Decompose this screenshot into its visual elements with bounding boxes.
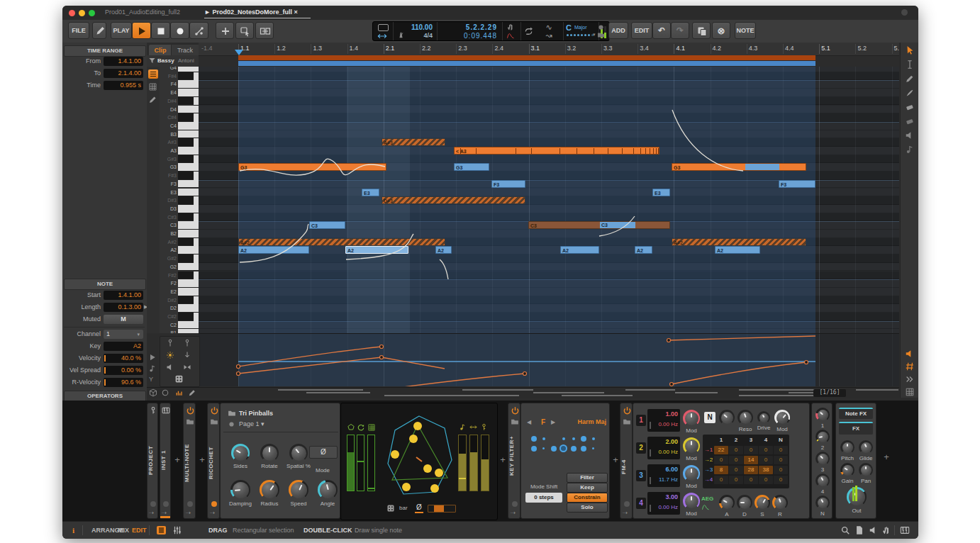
velocity-lane-icon[interactable] (175, 388, 184, 397)
device-fm4[interactable]: FM-4⇢ (620, 403, 633, 519)
adsr-a-knob[interactable] (719, 495, 735, 510)
piano-key-row[interactable]: C#3 (160, 213, 199, 222)
edit-menu-button[interactable]: EDIT (631, 22, 652, 39)
piano-key-row[interactable]: C4 (160, 122, 199, 130)
metronome-icon[interactable] (397, 31, 405, 39)
piano-key-row[interactable]: G3 (160, 163, 199, 172)
device-indicator[interactable] (163, 501, 169, 507)
timbre-expression-icon[interactable] (166, 339, 174, 347)
midi-note[interactable]: G3 (454, 163, 489, 171)
audio-preview-icon[interactable] (869, 525, 879, 535)
fm-mod-knob[interactable] (774, 410, 790, 425)
length-field[interactable]: 0.1.3.00 (104, 303, 143, 312)
matrix-cell[interactable]: 0 (759, 476, 773, 484)
fm-out-knob-4[interactable] (815, 474, 830, 488)
white-key[interactable] (178, 163, 199, 172)
white-key[interactable] (178, 106, 199, 114)
display-slider[interactable] (367, 435, 375, 491)
midi-note[interactable]: A#2 (238, 238, 445, 246)
piano-key-row[interactable]: F#4 (160, 72, 199, 81)
op-mod-knob[interactable] (683, 410, 700, 427)
clock-value[interactable]: 0:09.448 (437, 32, 497, 39)
scale-dot[interactable] (581, 436, 586, 442)
note-list-icon[interactable] (148, 69, 158, 79)
piano-key-row[interactable]: G2 (160, 263, 199, 272)
display-slider[interactable] (458, 435, 467, 491)
device-preset-icon[interactable] (623, 418, 631, 426)
dual-window-button[interactable] (255, 22, 274, 39)
pan-knob[interactable] (859, 463, 873, 477)
add-button[interactable]: ADD (608, 22, 628, 39)
adsr-d-knob[interactable] (737, 495, 752, 510)
white-key[interactable] (178, 321, 199, 330)
add-track-button[interactable] (216, 22, 234, 39)
white-key[interactable] (178, 288, 199, 296)
glide-knob[interactable] (859, 440, 873, 454)
mode-shift-value[interactable]: 0 steps (525, 493, 562, 503)
adsr-r-knob[interactable] (772, 495, 788, 510)
scale-root[interactable]: F (538, 418, 548, 427)
phase-label[interactable]: Ø (415, 503, 423, 513)
midi-note[interactable]: C3 (309, 221, 345, 229)
white-key[interactable] (178, 67, 199, 72)
track-name-2[interactable]: Antoni (178, 57, 198, 65)
piano-key-row[interactable]: C2 (160, 321, 199, 330)
white-key[interactable] (178, 230, 199, 238)
op-mod-knob[interactable] (683, 465, 700, 482)
step-input-icon[interactable] (905, 145, 915, 155)
piano-key-row[interactable]: B2 (160, 230, 199, 238)
text-tool-icon[interactable] (905, 60, 915, 69)
white-key[interactable] (178, 279, 199, 288)
piano-key-row[interactable]: A3 (160, 147, 199, 155)
op-values[interactable]: 2.000.00 Hz (647, 437, 680, 459)
preview-icon[interactable] (905, 349, 915, 359)
piano-key-row[interactable]: G4 (160, 67, 199, 72)
white-key[interactable] (178, 221, 199, 230)
info-icon[interactable]: i (72, 526, 78, 534)
view-mix[interactable]: MIX (118, 527, 129, 534)
midi-note[interactable]: A2 (238, 246, 309, 254)
white-key[interactable] (178, 329, 199, 333)
file-browser-icon[interactable] (854, 525, 864, 535)
matrix-cell[interactable]: 14 (744, 456, 758, 464)
scale-dot[interactable] (592, 447, 594, 449)
ricochet-dice-icon[interactable] (386, 504, 395, 513)
matrix-cell[interactable]: 0 (759, 446, 773, 454)
knife-tool-icon[interactable] (905, 88, 915, 98)
scale-dot[interactable] (592, 437, 595, 440)
white-key[interactable] (178, 304, 199, 313)
matrix-cell[interactable]: 22 (714, 446, 728, 454)
op-ratio[interactable]: 3.00 (647, 493, 678, 501)
piano-key-row[interactable]: B3 (160, 130, 199, 139)
matrix-cell[interactable]: 0 (774, 456, 788, 464)
note-grid[interactable]: A#3< A3G3G3G3F3F3E3E3D#3C3C3C3A#2A#2A2A2… (199, 67, 899, 333)
tempo-value[interactable]: 110.00 (393, 23, 433, 31)
device-indicator[interactable] (211, 501, 217, 507)
fx-slot[interactable]: FX (839, 422, 873, 435)
phase-range-slider[interactable] (428, 505, 456, 513)
scale-dot[interactable] (531, 446, 537, 452)
op-ratio[interactable]: 6.00 (647, 466, 678, 474)
time-field[interactable]: 0.955 s (104, 81, 143, 90)
virtual-keyboard-icon[interactable] (900, 525, 910, 535)
white-key[interactable] (178, 246, 199, 254)
lane-draw-icon[interactable] (188, 388, 196, 397)
ricochet-knob-rotate[interactable] (260, 444, 279, 462)
play-menu-button[interactable]: PLAY (111, 22, 132, 39)
adsr-s-knob[interactable] (755, 495, 770, 510)
matrix-cell[interactable]: 0 (744, 476, 758, 484)
swing-red-icon[interactable] (506, 31, 515, 40)
device-power-icon[interactable] (210, 406, 219, 415)
add-device-button[interactable]: + (611, 454, 620, 464)
device-multi-note[interactable]: MULTI-NOTE⇢ (183, 403, 196, 519)
midi-note[interactable]: G3 (238, 163, 386, 171)
piano-key-row[interactable]: F#3 (160, 172, 199, 180)
to-field[interactable]: 2.1.4.00 (104, 69, 143, 78)
r-velocity-field[interactable]: 90.6 % (104, 378, 143, 387)
add-device-button[interactable]: + (198, 454, 206, 464)
hand-icon[interactable] (881, 525, 891, 535)
page-icon[interactable] (228, 420, 235, 428)
piano-key-row[interactable]: G#3 (160, 155, 199, 164)
midi-note[interactable]: A2 (345, 246, 408, 254)
timesig-value[interactable]: 4/4 (407, 32, 433, 39)
